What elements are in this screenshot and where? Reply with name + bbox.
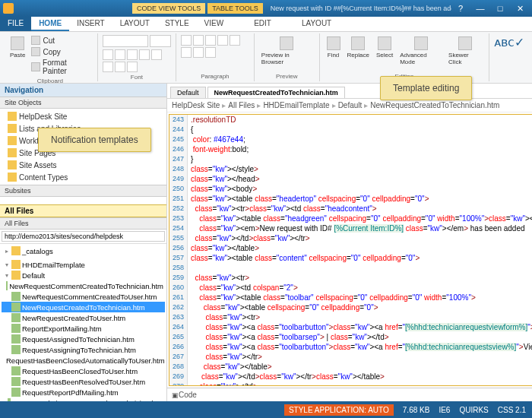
site-object-item[interactable]: HelpDesk Site (6, 110, 163, 122)
align-center-button[interactable] (181, 47, 192, 58)
titlebar: CODE VIEW TOOLS TABLE TOOLS New request … (0, 0, 532, 17)
ribbon-clipboard: Paste Cut Copy Format Painter Clipboard (3, 33, 98, 81)
font-family-select[interactable] (103, 35, 148, 47)
tree-node[interactable]: ReportExportMailing.htm (2, 323, 165, 334)
superscript-button[interactable] (103, 62, 113, 72)
replace-button[interactable]: Replace (345, 35, 372, 60)
ribbon-tabs: FILE HOME INSERT LAYOUT STYLE VIEW EDIT … (0, 17, 532, 32)
editor-area: Default NewRequestCreatedToTechnician.ht… (167, 84, 532, 401)
outdent-button[interactable] (205, 35, 216, 46)
indent-button[interactable] (217, 35, 228, 46)
maximize-icon[interactable]: □ (491, 3, 509, 14)
tab-home[interactable]: HOME (31, 17, 69, 31)
tab-style[interactable]: STYLE (157, 17, 197, 31)
ribbon-editing: Find Replace Select Advanced Mode Skewer… (320, 33, 489, 81)
status-css: CSS 2.1 (498, 406, 526, 414)
site-object-item[interactable]: Site Assets (6, 159, 163, 171)
ribbon-font: Font (98, 33, 176, 81)
ribbon-preview: Preview in Browser Preview (255, 33, 320, 81)
status-browser: IE6 (439, 406, 450, 414)
subsites-header[interactable]: Subsites (0, 185, 166, 197)
advanced-mode-button[interactable]: Advanced Mode (397, 35, 444, 67)
all-files-header[interactable]: All Files (0, 204, 166, 217)
callout-templates: Notification templates (38, 128, 151, 152)
status-bar: STYLE APPLICATION: AUTO 7.68 KB IE6 QUIR… (0, 401, 532, 418)
skewer-click-button[interactable]: Skewer Click (446, 35, 484, 67)
code-editor[interactable]: 2432442452462472482492502512522532542552… (169, 114, 532, 386)
editor-tab-default[interactable]: Default (170, 87, 206, 98)
editor-tab-file[interactable]: NewRequestCreatedToTechnician.htm (207, 87, 345, 98)
crumb-item[interactable]: All Files (228, 101, 255, 109)
view-switcher[interactable]: ▣ Code (167, 388, 532, 401)
close-icon[interactable]: ✕ (511, 3, 529, 14)
nav-header: Navigation (0, 84, 166, 97)
italic-button[interactable] (115, 49, 125, 60)
tree-node[interactable]: NewRequestCommentCreatedToTechnician.htm (2, 280, 165, 291)
url-input[interactable] (2, 231, 165, 242)
tree-node[interactable]: RequestHasBeenResolvedToUser.htm (2, 376, 165, 387)
tree-node[interactable]: NewRequestCreatedToTechnician.htm (2, 302, 165, 312)
help-icon[interactable]: ? (451, 3, 470, 14)
site-objects-header[interactable]: Site Objects (0, 97, 166, 109)
callout-editing: Template editing (380, 76, 472, 100)
tree-node[interactable]: ▸_catalogs (2, 245, 165, 256)
file-tree: ▸_catalogs▾HHDEmailTemplate▾DefaultNewRe… (0, 244, 166, 401)
crumb-item[interactable]: HelpDesk Site (172, 101, 220, 109)
cut-button[interactable]: Cut (30, 35, 92, 46)
ctx-tabletools[interactable]: TABLE TOOLS (207, 3, 263, 14)
crumb-item[interactable]: HHDEmailTemplate (263, 101, 329, 109)
tree-node[interactable]: RequestSolutionNotApprovedToTechnician.h… (2, 397, 165, 401)
tree-node[interactable]: RequestAssignedToTechnician.htm (2, 334, 165, 344)
app-icon (3, 3, 14, 14)
copy-button[interactable]: Copy (30, 46, 92, 57)
tree-node[interactable]: NewRequestCreatedToUser.htm (2, 312, 165, 323)
justify-button[interactable] (205, 47, 216, 58)
breadcrumb: HelpDesk Site▸All Files▸HHDEmailTemplate… (167, 99, 532, 112)
format-painter-button[interactable]: Format Painter (30, 58, 92, 76)
tree-node[interactable]: RequestAssigningToTechnician.htm (2, 344, 165, 355)
status-mode: QUIRKS (459, 406, 488, 414)
preview-button[interactable]: Preview in Browser (259, 35, 315, 67)
tree-node[interactable]: RequestHasBeenClosedAutomaticallyToUser.… (2, 355, 165, 366)
all-files-section: All Files (0, 217, 166, 230)
subscript-button[interactable] (151, 49, 162, 60)
tree-node[interactable]: RequestReportPdfMailing.htm (2, 387, 165, 397)
paste-button[interactable]: Paste (8, 35, 27, 60)
ctx-codeview[interactable]: CODE VIEW TOOLS (132, 3, 205, 14)
site-object-item[interactable]: Content Types (6, 171, 163, 183)
font-color-button[interactable] (127, 62, 138, 72)
tab-layout[interactable]: LAYOUT (112, 17, 157, 31)
crumb-item[interactable]: Default (338, 101, 363, 109)
bold-button[interactable] (103, 49, 113, 60)
tree-node[interactable]: NewRequestCommentCreatedToUser.htm (2, 291, 165, 302)
strike-button[interactable] (139, 49, 150, 60)
tab-insert[interactable]: INSERT (69, 17, 112, 31)
minimize-icon[interactable]: — (471, 3, 489, 14)
tab-file[interactable]: FILE (0, 17, 31, 31)
context-tab-group: CODE VIEW TOOLS TABLE TOOLS (132, 3, 263, 14)
tab-view[interactable]: VIEW (197, 17, 232, 31)
tree-node[interactable]: RequestHasBeenClosedToUser.htm (2, 366, 165, 376)
align-right-button[interactable] (193, 47, 204, 58)
tab-layout2[interactable]: LAYOUT (294, 17, 339, 31)
highlight-button[interactable] (115, 62, 125, 72)
find-button[interactable]: Find (325, 35, 343, 60)
select-button[interactable]: Select (374, 35, 395, 60)
window-title: New request with ID ##[%Current Item:ID%… (271, 5, 451, 12)
status-style: STYLE APPLICATION: AUTO (284, 404, 394, 416)
status-size: 7.68 KB (403, 406, 430, 414)
line-gutter: 2432442452462472482492502512522532542552… (169, 115, 188, 385)
crumb-item[interactable]: NewRequestCreatedToTechnician.htm (370, 101, 499, 109)
align-left-button[interactable] (230, 35, 240, 46)
bullets-button[interactable] (181, 35, 192, 46)
tab-edit[interactable]: EDIT (246, 17, 279, 31)
underline-button[interactable] (127, 49, 138, 60)
tree-node[interactable]: ▾Default (2, 270, 165, 280)
numbering-button[interactable] (193, 35, 204, 46)
ribbon-paragraph: Paragraph (176, 33, 255, 81)
font-size-select[interactable] (150, 35, 171, 47)
tree-node[interactable]: ▾HHDEmailTemplate (2, 259, 165, 270)
